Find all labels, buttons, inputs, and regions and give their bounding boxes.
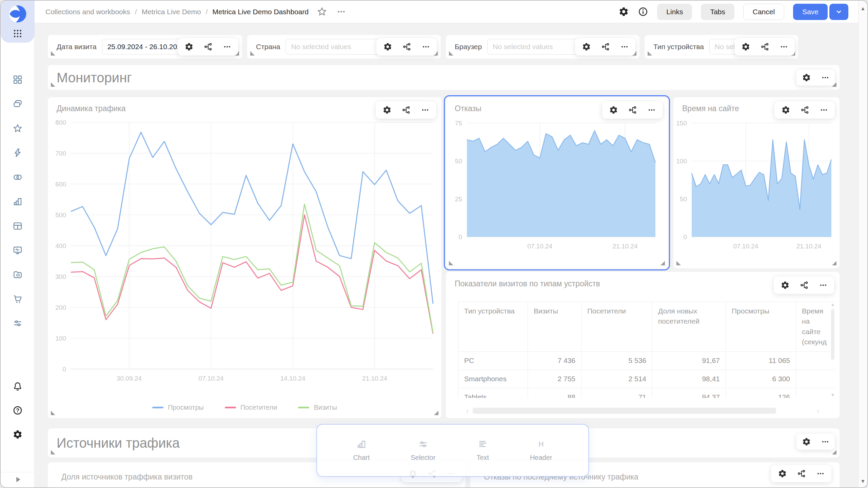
section-monitoring[interactable]: Мониторинг (48, 65, 840, 90)
more-options-icon[interactable] (816, 469, 825, 478)
resize-handle[interactable] (51, 51, 55, 56)
sidebar-item-apps-grid[interactable] (13, 28, 23, 39)
gear-icon[interactable] (802, 73, 811, 82)
breadcrumb-collections[interactable]: Collections and workbooks (45, 8, 130, 16)
favorite-star-icon[interactable] (317, 6, 327, 17)
datalens-logo[interactable] (9, 5, 26, 23)
table-row[interactable]: PC7 4365 53691,6711 065 (458, 351, 835, 370)
dashboard-settings-gear-icon[interactable] (618, 6, 629, 17)
resize-handle[interactable] (648, 51, 652, 56)
legend-item[interactable]: Визиты (298, 404, 337, 411)
toolbar-add-header[interactable]: Header (530, 439, 552, 462)
relations-icon[interactable] (761, 42, 770, 52)
gear-icon[interactable] (781, 105, 790, 115)
widget-time-on-site[interactable]: Время на сайте 05010015007.10.2421.10.24 (673, 97, 840, 268)
more-options-icon[interactable] (780, 42, 788, 52)
settings-gear-icon[interactable] (13, 429, 23, 440)
gear-icon[interactable] (609, 105, 618, 115)
save-dropdown-button[interactable] (829, 4, 848, 20)
table-horizontal-scrollbar[interactable]: ‹ › (466, 407, 819, 414)
scroll-up-icon[interactable]: ▲ (859, 5, 867, 11)
more-options-icon[interactable] (421, 105, 429, 115)
gear-icon[interactable] (741, 42, 750, 52)
sidebar-item-connections[interactable] (13, 172, 23, 182)
sidebar-expand-icon[interactable] (13, 474, 23, 485)
more-options-icon[interactable] (821, 437, 829, 446)
breadcrumb-workbook[interactable]: Metrica Live Demo (142, 8, 201, 16)
relations-icon[interactable] (800, 281, 809, 290)
notifications-bell-icon[interactable] (13, 381, 23, 391)
help-icon[interactable] (13, 405, 23, 415)
widget-traffic-dynamics[interactable]: Динамика трафика 01002003004005006007008… (48, 97, 441, 418)
table-row[interactable]: Smartphones2 7552 51498,416 300 (458, 370, 835, 388)
page-scrollbar[interactable]: ▲ ▼ (858, 1, 867, 488)
sidebar-item-services[interactable] (13, 318, 23, 328)
sidebar-item-charts[interactable] (13, 197, 23, 207)
relations-icon[interactable] (797, 469, 806, 478)
more-options-icon[interactable] (648, 105, 656, 115)
resize-handle[interactable] (449, 51, 453, 56)
resize-handle[interactable] (250, 51, 255, 56)
gear-icon[interactable] (184, 42, 194, 52)
sidebar-item-favorites[interactable] (13, 123, 23, 134)
resize-handle[interactable] (832, 261, 836, 265)
tabs-button[interactable]: Tabs (701, 4, 734, 20)
sidebar-item-collections[interactable] (13, 99, 23, 109)
gear-icon[interactable] (802, 437, 811, 446)
relations-icon[interactable] (402, 105, 411, 115)
sidebar-item-tables[interactable] (13, 221, 23, 231)
sidebar-item-quick-actions[interactable] (13, 148, 23, 158)
gear-icon[interactable] (582, 42, 591, 52)
table-column-header[interactable]: Время на сайте (секунд (796, 302, 835, 352)
toolbar-add-selector[interactable]: Selector (411, 439, 435, 462)
resize-handle[interactable] (434, 411, 438, 415)
table-row[interactable]: Tablets887194,37126 (458, 388, 835, 398)
resize-handle[interactable] (449, 261, 453, 265)
gear-icon[interactable] (382, 105, 392, 115)
info-icon[interactable] (638, 6, 648, 17)
widget-device-table[interactable]: Показатели визитов по типам устройств Ти… (446, 272, 840, 418)
scroll-left-icon[interactable]: ‹ (466, 407, 469, 414)
more-options-icon[interactable] (337, 6, 346, 17)
toolbar-add-chart[interactable]: Chart (353, 439, 370, 462)
resize-handle[interactable] (832, 450, 836, 454)
sidebar-item-monitoring[interactable] (13, 245, 23, 256)
table-column-header[interactable]: Тип устройства (458, 302, 528, 352)
table-column-header[interactable]: Просмотры (726, 302, 796, 352)
sidebar-item-storage[interactable] (13, 269, 23, 280)
table-column-header[interactable]: Посетители (581, 302, 652, 352)
more-options-icon[interactable] (620, 42, 629, 52)
more-options-icon[interactable] (820, 105, 828, 115)
resize-handle[interactable] (51, 411, 55, 415)
relations-icon[interactable] (628, 105, 637, 115)
toolbar-add-text[interactable]: Text (476, 439, 489, 462)
scroll-right-icon[interactable]: › (817, 407, 819, 414)
gear-icon[interactable] (778, 469, 787, 478)
scroll-up-icon[interactable]: ▲ (830, 302, 835, 307)
save-button[interactable]: Save (793, 4, 828, 20)
sidebar-item-marketplace[interactable] (13, 294, 23, 304)
scroll-down-icon[interactable]: ▼ (830, 393, 835, 397)
resize-handle[interactable] (676, 261, 681, 265)
relations-icon[interactable] (204, 42, 213, 52)
gear-icon[interactable] (383, 42, 392, 52)
more-options-icon[interactable] (821, 73, 829, 82)
resize-handle[interactable] (51, 450, 55, 454)
more-options-icon[interactable] (422, 42, 430, 52)
widget-bounces[interactable]: Отказы 025507507.10.2421.10.24 (446, 97, 668, 268)
relations-icon[interactable] (801, 105, 810, 115)
cancel-button[interactable]: Cancel (743, 4, 784, 20)
legend-item[interactable]: Посетители (225, 404, 277, 411)
relations-icon[interactable] (601, 42, 610, 52)
more-options-icon[interactable] (223, 42, 231, 52)
table-column-header[interactable]: Визиты (528, 302, 581, 352)
horizontal-scroll-thumb[interactable] (473, 408, 776, 414)
more-options-icon[interactable] (819, 281, 827, 290)
sidebar-item-dashboards[interactable] (13, 75, 23, 85)
resize-handle[interactable] (51, 82, 55, 87)
legend-item[interactable]: Просмотры (152, 404, 204, 411)
scroll-down-icon[interactable]: ▼ (859, 478, 867, 484)
links-button[interactable]: Links (657, 4, 692, 20)
relations-icon[interactable] (402, 42, 412, 52)
table-column-header[interactable]: Доля новых посетителей (652, 302, 726, 352)
